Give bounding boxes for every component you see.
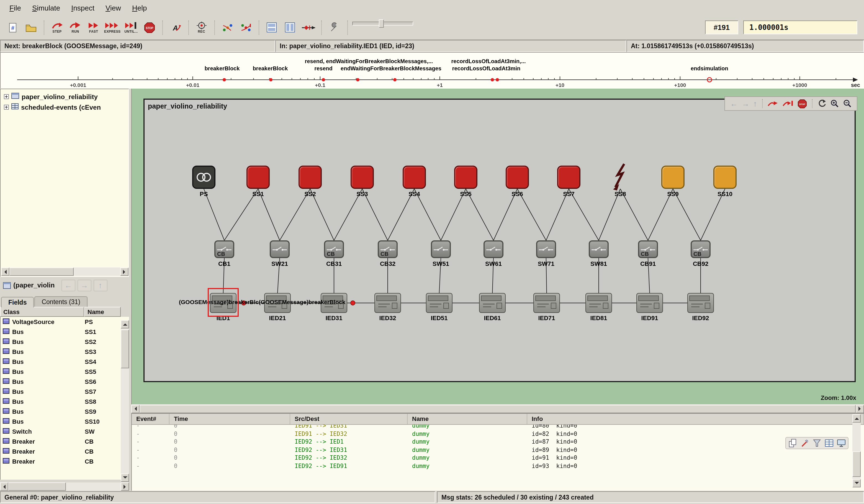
until-button[interactable]: UNTIL... bbox=[123, 17, 140, 37]
inspector-row[interactable]: BusSS1 bbox=[1, 327, 129, 337]
log-row[interactable]: -0IED92 --> IED91dummyid=93 kind=0 bbox=[132, 461, 864, 470]
scroll-down-arrow[interactable] bbox=[121, 473, 129, 482]
inspector-row[interactable]: BusSS2 bbox=[1, 337, 129, 347]
log-column-srcdest[interactable]: Src/Dest bbox=[290, 414, 408, 424]
canvas-hscrollbar[interactable] bbox=[131, 404, 864, 413]
inspector-row[interactable]: BusSS6 bbox=[1, 376, 129, 387]
scroll-thumb[interactable] bbox=[852, 452, 861, 477]
slider-handle[interactable] bbox=[379, 19, 384, 27]
scroll-right-arrow[interactable] bbox=[120, 267, 129, 276]
menu-view[interactable]: View bbox=[100, 2, 126, 14]
scroll-up-arrow[interactable] bbox=[852, 414, 861, 423]
node-IED32[interactable] bbox=[374, 293, 401, 313]
scroll-thumb[interactable] bbox=[140, 405, 856, 413]
tree-item-scheduled-events[interactable]: scheduled-events (cEven bbox=[1, 102, 129, 112]
debug-on-errors-button[interactable] bbox=[219, 17, 236, 37]
scroll-left-arrow[interactable] bbox=[1, 267, 9, 276]
filter-funnel-icon[interactable] bbox=[813, 439, 821, 447]
tree-expander-icon[interactable] bbox=[4, 93, 9, 100]
scroll-right-arrow[interactable] bbox=[121, 482, 129, 491]
node-SS4[interactable] bbox=[403, 166, 426, 189]
timeline-panel[interactable]: +0.001+0.01+0.1+1+10+100+1000breakerBloc… bbox=[0, 52, 864, 88]
node-CB92[interactable]: CB bbox=[691, 240, 711, 258]
node-SS3[interactable] bbox=[351, 166, 374, 189]
node-SS2[interactable] bbox=[299, 166, 322, 189]
toggle-timeline-button[interactable] bbox=[300, 17, 317, 37]
node-SS9[interactable] bbox=[661, 166, 685, 189]
log-row[interactable]: -0IED92 --> IED32dummyid=91 kind=0 bbox=[132, 454, 864, 461]
express-button[interactable]: EXPRESS bbox=[104, 17, 121, 37]
filter-edit-icon[interactable] bbox=[800, 439, 809, 447]
inspector-row[interactable]: BusSS4 bbox=[1, 357, 129, 367]
node-PS[interactable] bbox=[192, 166, 215, 189]
log-row[interactable]: -0IED91 --> IED31dummyid=80 kind=0 bbox=[132, 425, 864, 430]
scroll-down-arrow[interactable] bbox=[852, 479, 861, 488]
node-SS7[interactable] bbox=[557, 166, 580, 189]
scroll-right-arrow[interactable] bbox=[856, 405, 864, 413]
debug-next-event-button[interactable]: A bbox=[167, 17, 184, 37]
log-column-time[interactable]: Time bbox=[169, 414, 290, 424]
inspector-row[interactable]: BreakerCB bbox=[1, 436, 129, 446]
node-CB1[interactable]: CB bbox=[214, 240, 234, 258]
tree-expander-icon[interactable] bbox=[4, 103, 9, 111]
node-SW71[interactable] bbox=[536, 240, 556, 258]
node-CB31[interactable]: CB bbox=[324, 240, 344, 258]
fast-button[interactable]: FAST bbox=[85, 17, 102, 37]
tree-hscrollbar[interactable] bbox=[1, 267, 129, 276]
log-column-event[interactable]: Event# bbox=[132, 414, 169, 424]
inspector-back-button[interactable]: ← bbox=[61, 279, 75, 291]
node-SW61[interactable] bbox=[483, 240, 503, 258]
log-vscrollbar[interactable] bbox=[852, 414, 861, 488]
column-class[interactable]: Class bbox=[0, 307, 84, 317]
log-column-name[interactable]: Name bbox=[408, 414, 527, 424]
table-view-icon[interactable] bbox=[825, 439, 833, 447]
node-SS6[interactable] bbox=[506, 166, 529, 189]
split-vertical-button[interactable] bbox=[282, 17, 299, 37]
log-row[interactable]: -0IED92 --> IED31dummyid=89 kind=0 bbox=[132, 446, 864, 454]
preferences-button[interactable] bbox=[326, 17, 343, 37]
scroll-thumb[interactable] bbox=[121, 329, 129, 368]
scroll-left-arrow[interactable] bbox=[131, 405, 140, 413]
inspector-up-button[interactable]: ↑ bbox=[93, 279, 107, 291]
scroll-thumb[interactable] bbox=[8, 482, 66, 491]
inspector-row[interactable]: BusSS8 bbox=[1, 397, 129, 407]
inspector-row[interactable]: BusSS5 bbox=[1, 367, 129, 376]
tab-fields[interactable]: Fields bbox=[1, 297, 34, 308]
inspector-row[interactable]: BusSS10 bbox=[1, 417, 129, 427]
column-name[interactable]: Name bbox=[84, 307, 121, 317]
inspector-row[interactable]: VoltageSourcePS bbox=[1, 317, 129, 327]
setup-run-button[interactable]: # bbox=[4, 17, 21, 37]
menu-file[interactable]: File bbox=[4, 2, 26, 14]
inspector-row[interactable]: BreakerCB bbox=[1, 446, 129, 456]
node-CB32[interactable]: CB bbox=[378, 240, 398, 258]
menu-help[interactable]: Help bbox=[127, 2, 152, 14]
inspector-row[interactable]: BusSS7 bbox=[1, 387, 129, 397]
node-SW51[interactable] bbox=[431, 240, 451, 258]
node-SS1[interactable] bbox=[247, 166, 270, 189]
load-ned-button[interactable] bbox=[23, 17, 39, 37]
node-SS5[interactable] bbox=[454, 166, 477, 189]
log-column-info[interactable]: Info bbox=[527, 414, 864, 424]
module-canvas[interactable]: paper_violino_reliability PSSS1SS2SS3SS4… bbox=[143, 99, 856, 382]
record-button[interactable]: REC bbox=[193, 17, 210, 37]
scroll-thumb[interactable] bbox=[9, 267, 74, 276]
stop-button[interactable]: STOP bbox=[141, 17, 158, 37]
menu-inspect[interactable]: Inspect bbox=[66, 2, 99, 14]
tab-contents[interactable]: Contents (31) bbox=[34, 296, 87, 307]
menu-simulate[interactable]: Simulate bbox=[27, 2, 65, 14]
node-IED92[interactable] bbox=[687, 293, 714, 313]
step-button[interactable]: STEP bbox=[49, 17, 65, 37]
tree-item-network[interactable]: paper_violino_reliability bbox=[1, 92, 129, 102]
scroll-up-arrow[interactable] bbox=[121, 320, 129, 328]
inspector-hscrollbar[interactable] bbox=[0, 482, 129, 491]
node-IED91[interactable] bbox=[636, 293, 663, 313]
copy-icon[interactable] bbox=[788, 439, 797, 447]
run-button[interactable]: RUN bbox=[67, 17, 84, 37]
node-SS10[interactable] bbox=[713, 166, 736, 189]
log-row[interactable]: -0IED92 --> IED1dummyid=87 kind=0 bbox=[132, 437, 864, 446]
node-SW21[interactable] bbox=[270, 240, 290, 258]
monitor-icon[interactable] bbox=[837, 439, 846, 447]
animation-speed-slider[interactable] bbox=[352, 21, 413, 34]
node-IED51[interactable] bbox=[426, 293, 453, 313]
scroll-left-arrow[interactable] bbox=[0, 482, 8, 491]
